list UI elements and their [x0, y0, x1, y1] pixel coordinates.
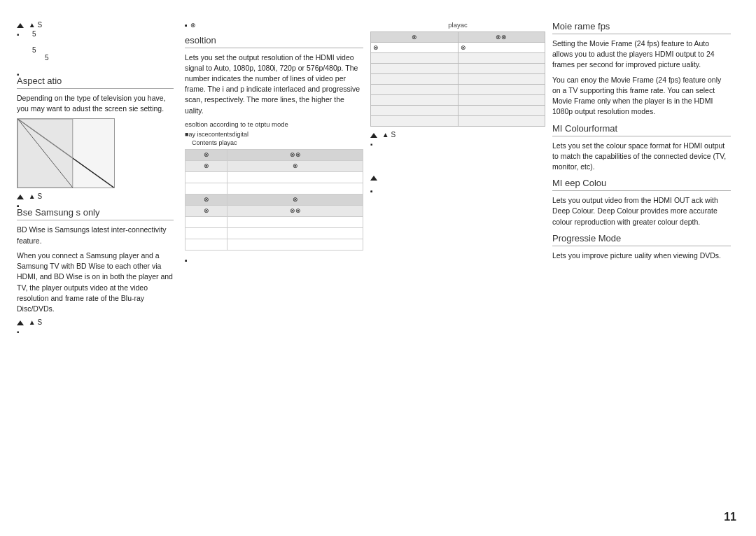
bd-wise-text1: BD Wise is Samsungs latest inter-connect… [17, 225, 174, 246]
display-note-text: ■ay iscecontentsdigital [185, 131, 248, 138]
display-note: ■ay iscecontentsdigital [185, 131, 363, 138]
progressive-mode-title: Progressie Mode [552, 233, 731, 246]
movie-frame-text1: Setting the Movie Frame (24 fps) feature… [552, 38, 731, 71]
bd-wise-section: Bse Samsung s only BD Wise is Samsungs l… [17, 207, 174, 326]
bd-wise-text2: When you connect a Samsung player and a … [17, 251, 174, 314]
arrow-2: ▲ S [17, 192, 174, 200]
bd-wise-title: Bse Samsung s only [17, 207, 174, 220]
movie-frame-section: Moie rame fps Setting the Movie Frame (2… [552, 21, 731, 118]
aspect-ratio-svg [18, 119, 114, 188]
number-2: 5 [17, 46, 174, 54]
resolution-table: ⊗ ⊗⊗ ⊗ ⊗ ⊗ [185, 149, 363, 251]
playback-table: ⊗ ⊗⊗ ⊗ ⊗ [370, 31, 545, 127]
arrow3-label: ▲ S [29, 318, 42, 326]
deep-color-title: MI eep Colou [552, 178, 731, 191]
column-4: Moie rame fps Setting the Movie Frame (2… [552, 14, 731, 522]
mi-color-title: MI Colourformat [552, 123, 731, 136]
top-section: ▲ S 5 5 5 [17, 21, 174, 70]
column-3: playac ⊗ ⊗⊗ ⊗ ⊗ [370, 14, 552, 522]
col3-arrow1-label: ▲ S [382, 131, 396, 139]
playac-label: playac [370, 21, 545, 29]
resolution-text: Lets you set the output resolution of th… [185, 52, 363, 116]
movie-frame-text2: You can enoy the Movie Frame (24 fps) fe… [552, 75, 731, 118]
table-note: esoltion according to te otptu mode [185, 120, 363, 128]
movie-frame-title: Moie rame fps [552, 21, 731, 34]
resolution-section: esoltion Lets you set the output resolut… [185, 35, 363, 251]
arrow-3: ▲ S [17, 318, 174, 326]
col3-arrow1: ▲ S [370, 131, 545, 139]
aspect-ratio-diagram [17, 118, 115, 188]
contents-note: Contents playac [185, 139, 363, 146]
col3-arrow2-section [370, 174, 545, 181]
deep-color-section: MI eep Colou Lets you output video from … [552, 178, 731, 227]
deep-color-text: Lets you output video from the HDMI OUT … [552, 195, 731, 227]
arrow2-label: ▲ S [29, 192, 42, 200]
number-1: 5 [17, 30, 174, 38]
col2-bullet3: ⊗ [185, 21, 363, 31]
aspect-ratio-section: Aspect atio Depending on the type of tel… [17, 76, 174, 200]
aspect-ratio-title: Aspect atio [17, 76, 174, 89]
progressive-mode-section: Progressie Mode Lets you improve picture… [552, 233, 731, 261]
col2-top-bullets: ⊗ [185, 21, 363, 31]
column-2: ⊗ esoltion Lets you set the output resol… [185, 14, 370, 522]
arrow-marker-1: ▲ S [17, 21, 174, 29]
number-3: 5 [17, 54, 174, 62]
mi-color-section: MI Colourformat Lets you set the colour … [552, 123, 731, 173]
resolution-title: esoltion [185, 35, 363, 48]
page-number: 11 [724, 511, 736, 523]
mi-color-text: Lets you set the colour space format for… [552, 141, 731, 173]
progressive-mode-text: Lets you improve picture uality when vie… [552, 251, 731, 261]
column-1: ▲ S 5 5 5 Aspect atio Depending on the t… [17, 14, 185, 522]
aspect-ratio-text: Depending on the type of television you … [17, 93, 174, 114]
col3-arrow2 [370, 174, 545, 181]
